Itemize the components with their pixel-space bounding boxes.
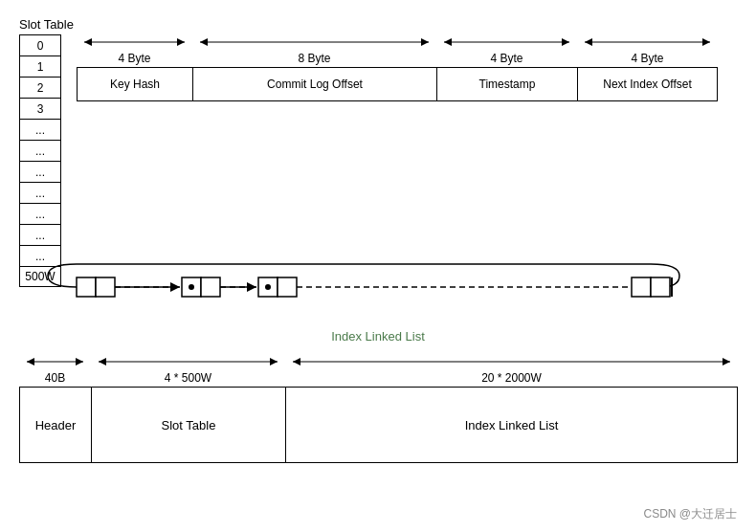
field-box-1: Commit Log Offset — [192, 67, 436, 101]
svg-marker-7 — [444, 38, 452, 46]
svg-marker-38 — [723, 358, 730, 366]
svg-marker-11 — [702, 38, 710, 46]
bottom-byte-label-0: 40B — [45, 371, 65, 385]
slot-row-9: ... — [19, 224, 61, 245]
slot-row-6: ... — [19, 161, 61, 182]
svg-marker-26 — [247, 282, 256, 292]
byte-label-1: 8 Byte — [298, 52, 330, 65]
linked-list-section: Index Linked List — [19, 256, 737, 344]
bottom-byte-segment-0: 40B — [19, 352, 91, 385]
svg-marker-2 — [177, 38, 185, 46]
byte-label-0: 4 Byte — [118, 52, 150, 65]
slot-row-7: ... — [19, 182, 61, 203]
byte-segment-1: 8 Byte — [192, 33, 436, 65]
field-box-3: Next Index Offset — [577, 67, 718, 101]
byte-segment-2: 4 Byte — [436, 33, 577, 65]
byte-label-2: 4 Byte — [490, 52, 523, 65]
field-box-2: Timestamp — [436, 67, 577, 101]
svg-rect-24 — [278, 277, 297, 297]
slot-row-0: 0 — [19, 34, 61, 55]
svg-marker-34 — [99, 358, 106, 366]
bottom-section: 40B4 * 500W20 * 2000WHeaderSlot TableInd… — [19, 354, 737, 463]
svg-marker-10 — [585, 38, 592, 46]
bottom-field-box-1: Slot Table — [91, 387, 285, 463]
byte-segment-0: 4 Byte — [77, 33, 192, 65]
svg-marker-35 — [270, 358, 278, 366]
slot-row-4: ... — [19, 119, 61, 140]
svg-marker-21 — [170, 282, 180, 292]
bottom-byte-segment-1: 4 * 500W — [91, 352, 285, 385]
svg-point-18 — [189, 284, 194, 290]
watermark: CSDN @大迁居士 — [643, 506, 737, 522]
slot-row-8: ... — [19, 203, 61, 224]
svg-marker-1 — [84, 38, 92, 46]
field-box-0: Key Hash — [77, 67, 192, 101]
slot-row-3: 3 — [19, 98, 61, 119]
slot-row-5: ... — [19, 140, 61, 161]
svg-point-23 — [265, 284, 271, 290]
bottom-field-box-2: Index Linked List — [285, 387, 738, 463]
svg-marker-5 — [421, 38, 429, 46]
byte-label-3: 4 Byte — [631, 52, 663, 65]
byte-segment-3: 4 Byte — [577, 33, 718, 65]
byte-labels-row: 4 Byte8 Byte4 Byte4 Byte — [77, 34, 737, 63]
svg-marker-37 — [293, 358, 300, 366]
svg-marker-4 — [200, 38, 208, 46]
linked-list-svg — [19, 256, 737, 323]
slot-row-2: 2 — [19, 77, 61, 98]
svg-rect-19 — [201, 277, 220, 297]
field-diagram: 4 Byte8 Byte4 Byte4 ByteKey HashCommit L… — [77, 34, 737, 101]
bottom-byte-labels-row: 40B4 * 500W20 * 2000W — [19, 354, 737, 383]
bottom-byte-segment-2: 20 * 2000W — [285, 352, 738, 385]
bottom-byte-label-2: 20 * 2000W — [481, 371, 542, 385]
svg-rect-16 — [96, 277, 115, 297]
bottom-field-box-0: Header — [19, 387, 91, 463]
svg-marker-8 — [562, 38, 569, 46]
bottom-fields-row: HeaderSlot TableIndex Linked List — [19, 387, 737, 463]
svg-rect-15 — [77, 277, 96, 297]
bottom-byte-label-1: 4 * 500W — [165, 371, 211, 385]
svg-rect-27 — [632, 277, 651, 297]
linked-list-label: Index Linked List — [19, 329, 737, 344]
svg-marker-32 — [76, 358, 83, 366]
svg-rect-28 — [651, 277, 670, 297]
slot-table: 0123.....................500W — [19, 34, 61, 287]
fields-row: Key HashCommit Log OffsetTimestampNext I… — [77, 67, 737, 101]
slot-table-label: Slot Table — [19, 17, 74, 32]
svg-marker-31 — [27, 358, 34, 366]
slot-row-1: 1 — [19, 55, 61, 77]
